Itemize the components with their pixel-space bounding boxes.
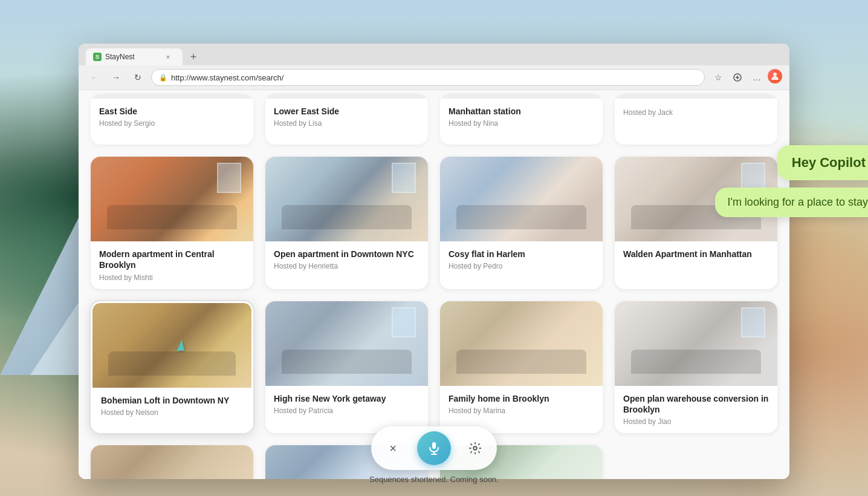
back-button[interactable]: ← [86,69,103,86]
security-icon: 🔒 [159,74,167,82]
tab-close-button[interactable]: × [163,52,173,62]
card-modern-brooklyn[interactable]: Modern apartment in Central Brooklyn Hos… [91,157,253,289]
card-title: Manhattan station [449,106,594,117]
card-info: East Side Hosted by Sergio [91,99,253,135]
window-decor [392,163,416,193]
card-host: Hosted by Lisa [274,119,419,128]
card-host: Hosted by Pedro [449,262,594,270]
card-info: Walden Apartment in Manhattan [615,241,777,269]
window-decor [392,307,416,338]
more-button[interactable]: … [748,69,765,86]
partial-card-top [440,94,603,99]
card-info: High rise New York getaway Hosted by Pat… [265,386,428,422]
browser-toolbar: ← → ↻ 🔒 http://www.staynest.com/search/ … [79,65,789,90]
card-image-modern-brooklyn [91,157,253,241]
new-tab-button[interactable]: + [185,48,202,65]
card-host: Hosted by Jiao [623,417,769,426]
card-info: Lower East Side Hosted by Lisa [265,99,428,135]
furniture-decor [456,205,586,229]
card-title: Family home in Brooklyn [449,393,594,404]
card-host: Hosted by Marina [449,406,594,415]
svg-rect-2 [432,442,436,449]
tab-title: StayNest [105,53,135,61]
card-info: Open plan warehouse conversion in Brookl… [615,386,777,433]
card-info: Manhattan station Hosted by Nina [440,99,603,135]
active-tab[interactable]: S StayNest × [86,48,183,65]
card-image-warehouse [615,301,777,386]
address-bar[interactable]: 🔒 http://www.staynest.com/search/ [151,69,705,86]
favorite-button[interactable]: ☆ [710,69,727,86]
cursor-arrow [175,339,184,351]
card-family-brooklyn[interactable]: Family home in Brooklyn Hosted by Marina [440,301,603,433]
card-bottom-1[interactable] [91,445,253,479]
card-image-bohemian [92,303,251,388]
card-image-family [440,301,603,386]
card-highrise-ny[interactable]: High rise New York getaway Hosted by Pat… [265,301,428,433]
microphone-button[interactable] [417,431,451,465]
card-info: Cosy flat in Harlem Hosted by Pedro [440,241,603,278]
card-title: Open plan warehouse conversion in Brookl… [623,393,769,415]
partial-card-top [91,94,253,99]
forward-button[interactable]: → [108,69,125,86]
card-title: High rise New York getaway [274,393,419,404]
card-warehouse-brooklyn[interactable]: Open plan warehouse conversion in Brookl… [615,301,777,433]
copilot-bubble-hey: Hey Copilot [777,145,868,180]
furniture-decor [107,205,237,229]
card-host: Hosted by Sergio [99,119,245,128]
control-bar-container: × Sequences shortened. Coming soon. [369,426,499,484]
partial-card-lower-east[interactable]: Lower East Side Hosted by Lisa [265,94,428,145]
close-button[interactable]: × [381,436,405,460]
content-area[interactable]: East Side Hosted by Sergio Lower East Si… [79,90,789,479]
card-host: Hosted by Nina [449,119,594,128]
window-decor [741,307,765,338]
partial-card-east-side[interactable]: East Side Hosted by Sergio [91,94,253,145]
svg-point-1 [773,73,777,76]
card-info: Family home in Brooklyn Hosted by Marina [440,386,603,422]
card-info: Hosted by Jack [615,99,777,124]
card-host: Hosted by Henrietta [274,262,419,270]
reload-button[interactable]: ↻ [129,69,146,86]
cursor-indicator [176,340,184,351]
card-bohemian-loft[interactable]: Bohemian Loft in Downtown NY Hosted by N… [91,301,253,433]
cards-row-2: Modern apartment in Central Brooklyn Hos… [91,157,777,289]
partial-card-top [265,94,428,99]
browser-tabs: S StayNest × + [79,44,789,65]
window-decor [217,163,241,193]
card-title: Open apartment in Downtown NYC [274,249,419,259]
card-image-highrise [265,301,428,386]
card-title: Cosy flat in Harlem [449,249,594,259]
card-info: Bohemian Loft in Downtown NY Hosted by N… [92,388,251,424]
card-title: Bohemian Loft in Downtown NY [101,395,243,406]
partial-card-jack[interactable]: Hosted by Jack [615,94,777,145]
tab-favicon: S [93,53,102,61]
card-open-downtown[interactable]: Open apartment in Downtown NYC Hosted by… [265,157,428,289]
toolbar-actions: ☆ … [710,69,782,86]
browser-chrome: S StayNest × + ← → ↻ 🔒 http://www.stayne… [79,44,789,90]
card-image-bottom1 [91,445,253,479]
card-host: Hosted by Patrícia [274,406,419,415]
card-info: Open apartment in Downtown NYC Hosted by… [265,241,428,278]
browser-window: S StayNest × + ← → ↻ 🔒 http://www.stayne… [79,44,789,479]
collections-button[interactable] [729,69,746,86]
furniture-decor [282,205,412,229]
empty-slot [615,445,777,479]
cards-row-3: Bohemian Loft in Downtown NY Hosted by N… [91,301,777,433]
partial-top-row: East Side Hosted by Sergio Lower East Si… [91,94,777,145]
card-title: East Side [99,106,245,117]
card-host: Hosted by Mishti [99,273,245,282]
settings-button[interactable] [463,436,487,460]
profile-button[interactable] [768,69,782,83]
card-title: Modern apartment in Central Brooklyn [99,249,245,270]
card-host: Hosted by Nelson [101,408,243,417]
status-text: Sequences shortened. Coming soon. [369,475,499,484]
card-image-cosy-harlem [440,157,603,241]
card-title: Lower East Side [274,106,419,117]
svg-point-5 [473,446,477,450]
furniture-decor [108,351,235,376]
control-pill: × [371,426,497,470]
partial-card-manhattan-station[interactable]: Manhattan station Hosted by Nina [440,94,603,145]
card-cosy-harlem[interactable]: Cosy flat in Harlem Hosted by Pedro [440,157,603,289]
card-info: Modern apartment in Central Brooklyn Hos… [91,241,253,289]
furniture-decor [456,350,586,374]
card-image-open-downtown [265,157,428,241]
